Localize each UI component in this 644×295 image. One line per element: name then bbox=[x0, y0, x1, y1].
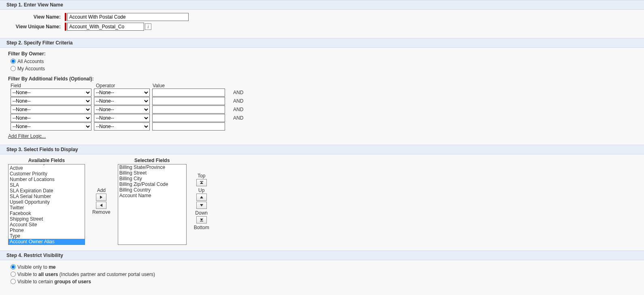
view-name-row: View Name: bbox=[8, 13, 636, 21]
info-icon[interactable]: i bbox=[145, 23, 151, 30]
filter-field-select[interactable]: --None-- bbox=[11, 105, 91, 114]
filter-row: --None----None--AND bbox=[11, 88, 636, 97]
filter-by-owner-label: Filter By Owner: bbox=[8, 51, 636, 57]
col-field: Field bbox=[11, 83, 96, 88]
filter-value-input[interactable] bbox=[152, 105, 225, 114]
arrow-down-icon bbox=[200, 203, 204, 207]
visibility-all-radio[interactable] bbox=[11, 272, 16, 277]
svg-marker-0 bbox=[100, 196, 102, 199]
bottom-button[interactable] bbox=[196, 216, 207, 223]
filter-operator-select[interactable]: --None-- bbox=[94, 122, 150, 131]
up-button[interactable] bbox=[196, 194, 207, 201]
down-button[interactable] bbox=[196, 202, 207, 209]
arrow-up-icon bbox=[200, 195, 204, 199]
filter-and-text: AND bbox=[233, 107, 243, 112]
add-remove-buttons: Add Remove bbox=[85, 158, 118, 245]
filter-field-select[interactable]: --None-- bbox=[11, 88, 91, 97]
list-item[interactable]: Number of Locations bbox=[9, 177, 85, 182]
step2-header: Step 2. Specify Filter Criteria bbox=[0, 38, 644, 48]
arrow-top-icon bbox=[200, 181, 204, 185]
svg-marker-3 bbox=[200, 182, 203, 184]
owner-my-radio[interactable] bbox=[11, 66, 16, 71]
up-label: Up bbox=[198, 188, 204, 193]
visibility-groups-label: Visible to certain groups of users bbox=[17, 279, 91, 284]
list-item[interactable]: Account Name bbox=[118, 193, 186, 198]
top-button[interactable] bbox=[196, 179, 207, 186]
filter-value-input[interactable] bbox=[152, 114, 225, 122]
required-indicator bbox=[65, 23, 66, 31]
remove-label: Remove bbox=[92, 209, 111, 215]
selected-fields-list[interactable]: Billing State/ProvinceBilling StreetBill… bbox=[118, 164, 187, 245]
list-item[interactable]: Account Owner Alias bbox=[9, 239, 85, 244]
arrow-left-icon bbox=[99, 203, 103, 207]
list-item[interactable]: Billing Street bbox=[118, 170, 186, 176]
available-header: Available Fields bbox=[28, 158, 65, 163]
add-filter-logic-link[interactable]: Add Filter Logic... bbox=[8, 133, 46, 139]
view-unique-name-input[interactable] bbox=[67, 23, 144, 31]
filter-field-select[interactable]: --None-- bbox=[11, 122, 91, 131]
step4-header: Step 4. Restrict Visibility bbox=[0, 251, 644, 260]
visibility-groups-radio[interactable] bbox=[11, 279, 16, 284]
remove-button[interactable] bbox=[96, 202, 106, 209]
step2-body: Filter By Owner: All Accounts My Account… bbox=[0, 48, 644, 145]
filter-row: --None----None--AND bbox=[11, 97, 636, 105]
list-item[interactable]: Phone bbox=[9, 228, 85, 233]
list-item[interactable]: SLA bbox=[9, 182, 85, 188]
view-name-input[interactable] bbox=[67, 13, 189, 21]
list-item[interactable]: Shipping Street bbox=[9, 216, 85, 222]
owner-my-row: My Accounts bbox=[11, 65, 636, 72]
selected-column: Selected Fields Billing State/ProvinceBi… bbox=[118, 158, 187, 245]
step3-body: Available Fields Last Modified By AliasA… bbox=[0, 154, 644, 251]
list-item[interactable]: Upsell Opportunity bbox=[9, 199, 85, 205]
list-item[interactable]: Customer Priority bbox=[9, 171, 85, 177]
owner-all-radio[interactable] bbox=[11, 59, 16, 64]
list-item[interactable]: Billing State/Province bbox=[118, 164, 186, 170]
filter-operator-select[interactable]: --None-- bbox=[94, 114, 150, 122]
col-operator: Operator bbox=[96, 83, 153, 88]
visibility-all-label: Visible to all users (Includes partner a… bbox=[17, 272, 155, 277]
list-item[interactable]: Billing Country bbox=[118, 187, 186, 193]
step4-body: Visible only to me Visible to all users … bbox=[0, 260, 644, 291]
filter-columns-header: Field Operator Value bbox=[8, 83, 636, 88]
filter-table: Field Operator Value --None----None--AND… bbox=[8, 83, 636, 131]
dual-listbox: Available Fields Last Modified By AliasA… bbox=[8, 158, 636, 245]
step1-body: View Name: View Unique Name: i bbox=[0, 10, 644, 38]
filter-value-input[interactable] bbox=[152, 97, 225, 105]
filter-row: --None----None-- bbox=[11, 122, 636, 131]
owner-all-label: All Accounts bbox=[17, 59, 44, 64]
view-unique-name-label: View Unique Name: bbox=[8, 24, 65, 30]
list-item[interactable]: SLA Expiration Date bbox=[9, 188, 85, 194]
filter-operator-select[interactable]: --None-- bbox=[94, 105, 150, 114]
filter-value-input[interactable] bbox=[152, 122, 225, 131]
list-item[interactable]: Twitter bbox=[9, 205, 85, 211]
step3-header: Step 3. Select Fields to Display bbox=[0, 145, 644, 154]
col-value: Value bbox=[153, 83, 230, 88]
view-name-label: View Name: bbox=[8, 14, 65, 20]
list-item[interactable]: Billing City bbox=[118, 176, 186, 181]
list-item[interactable]: Billing Zip/Postal Code bbox=[118, 181, 186, 187]
svg-marker-4 bbox=[200, 196, 203, 198]
filter-value-input[interactable] bbox=[152, 88, 225, 97]
view-unique-name-row: View Unique Name: i bbox=[8, 23, 636, 31]
list-item[interactable]: Facebook bbox=[9, 211, 85, 216]
add-label: Add bbox=[97, 188, 106, 193]
owner-my-label: My Accounts bbox=[17, 66, 45, 72]
filter-row: --None----None--AND bbox=[11, 105, 636, 114]
visibility-groups-row: Visible to certain groups of users bbox=[11, 278, 636, 285]
available-fields-list[interactable]: Last Modified By AliasActiveCustomer Pri… bbox=[8, 164, 85, 245]
filter-operator-select[interactable]: --None-- bbox=[94, 97, 150, 105]
filter-and-text: AND bbox=[233, 90, 243, 95]
add-button[interactable] bbox=[96, 194, 106, 201]
list-item[interactable]: SLA Serial Number bbox=[9, 194, 85, 199]
svg-marker-1 bbox=[100, 204, 102, 207]
visibility-me-row: Visible only to me bbox=[11, 263, 636, 270]
list-item[interactable]: Active bbox=[9, 165, 85, 171]
visibility-me-radio[interactable] bbox=[11, 264, 16, 270]
visibility-all-row: Visible to all users (Includes partner a… bbox=[11, 271, 636, 278]
filter-and-text: AND bbox=[233, 98, 243, 104]
filter-field-select[interactable]: --None-- bbox=[11, 97, 91, 105]
list-item[interactable]: Account Site bbox=[9, 222, 85, 228]
list-item[interactable]: Type bbox=[9, 233, 85, 239]
filter-operator-select[interactable]: --None-- bbox=[94, 88, 150, 97]
filter-field-select[interactable]: --None-- bbox=[11, 114, 91, 122]
